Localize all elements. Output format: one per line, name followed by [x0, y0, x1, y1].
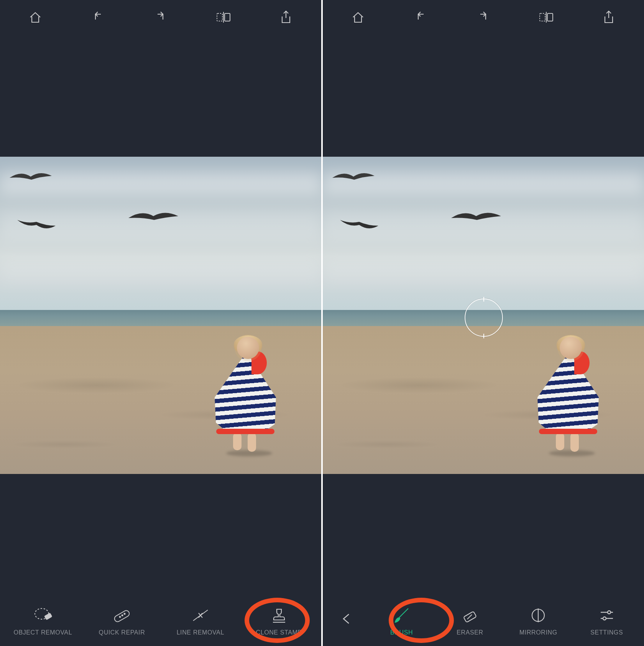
svg-rect-4	[44, 613, 53, 620]
home-icon[interactable]	[349, 8, 367, 26]
child-figure	[215, 337, 276, 456]
tool-quick-repair[interactable]: QUICK REPAIR	[93, 606, 151, 636]
share-icon[interactable]	[600, 8, 618, 26]
svg-point-7	[122, 615, 123, 616]
clone-source-crosshair[interactable]	[465, 298, 503, 337]
photo-canvas[interactable]	[0, 157, 321, 474]
eraser-icon	[460, 606, 480, 625]
stamp-icon	[270, 606, 288, 625]
undo-icon[interactable]	[411, 8, 430, 26]
bandage-icon	[112, 606, 132, 625]
redo-icon[interactable]	[151, 8, 170, 26]
mirror-icon	[529, 606, 547, 625]
bird-3	[127, 207, 180, 230]
bottom-toolbar: BRUSH ERASER MIRRORING SETTINGS	[323, 596, 644, 646]
undo-icon[interactable]	[89, 8, 107, 26]
bottom-toolbar: OBJECT REMOVAL QUICK REPAIR LINE REMOVAL…	[0, 596, 321, 646]
svg-point-6	[119, 616, 120, 618]
tool-clone-stamp[interactable]: CLONE STAMP	[250, 606, 308, 636]
canvas-area[interactable]	[323, 34, 644, 596]
svg-point-8	[124, 613, 125, 615]
tool-label: CLONE STAMP	[256, 629, 302, 636]
tool-label: OBJECT REMOVAL	[13, 629, 72, 636]
tool-eraser[interactable]: ERASER	[441, 606, 499, 636]
tool-label: LINE REMOVAL	[177, 629, 224, 636]
svg-point-23	[603, 617, 606, 620]
bird-2	[338, 214, 380, 237]
right-app-panel: BRUSH ERASER MIRRORING SETTINGS	[323, 0, 644, 646]
back-arrow-icon	[339, 610, 354, 628]
bird-3	[449, 207, 503, 230]
compare-icon[interactable]	[537, 8, 555, 26]
tool-label: BRUSH	[390, 629, 413, 636]
brush-icon	[392, 606, 411, 625]
bird-1	[330, 168, 376, 187]
photo-canvas[interactable]	[323, 157, 644, 474]
tool-label: ERASER	[457, 629, 483, 636]
svg-rect-14	[547, 13, 553, 21]
tool-brush[interactable]: BRUSH	[373, 606, 430, 636]
tool-settings[interactable]: SETTINGS	[578, 606, 636, 636]
svg-line-17	[467, 615, 472, 619]
home-icon[interactable]	[26, 8, 44, 26]
tool-label: QUICK REPAIR	[99, 629, 145, 636]
sliders-icon	[598, 606, 616, 625]
share-icon[interactable]	[277, 8, 295, 26]
compare-icon[interactable]	[214, 8, 233, 26]
bird-2	[15, 214, 58, 237]
svg-rect-13	[540, 13, 545, 21]
tool-mirroring[interactable]: MIRRORING	[509, 606, 567, 636]
left-app-panel: OBJECT REMOVAL QUICK REPAIR LINE REMOVAL…	[0, 0, 321, 646]
redo-icon[interactable]	[474, 8, 493, 26]
svg-rect-0	[217, 13, 222, 21]
svg-point-21	[608, 611, 611, 614]
tool-back[interactable]	[331, 610, 362, 633]
bird-1	[8, 168, 54, 187]
svg-rect-1	[225, 13, 230, 21]
tool-label: MIRRORING	[519, 629, 557, 636]
line-x-icon	[190, 606, 211, 625]
tool-label: SETTINGS	[590, 629, 623, 636]
tool-object-removal[interactable]: OBJECT REMOVAL	[13, 606, 72, 636]
top-toolbar	[323, 0, 644, 34]
lasso-eraser-icon	[33, 606, 53, 625]
child-figure	[537, 337, 599, 456]
canvas-area[interactable]	[0, 34, 321, 596]
tool-line-removal[interactable]: LINE REMOVAL	[172, 606, 229, 636]
top-toolbar	[0, 0, 321, 34]
